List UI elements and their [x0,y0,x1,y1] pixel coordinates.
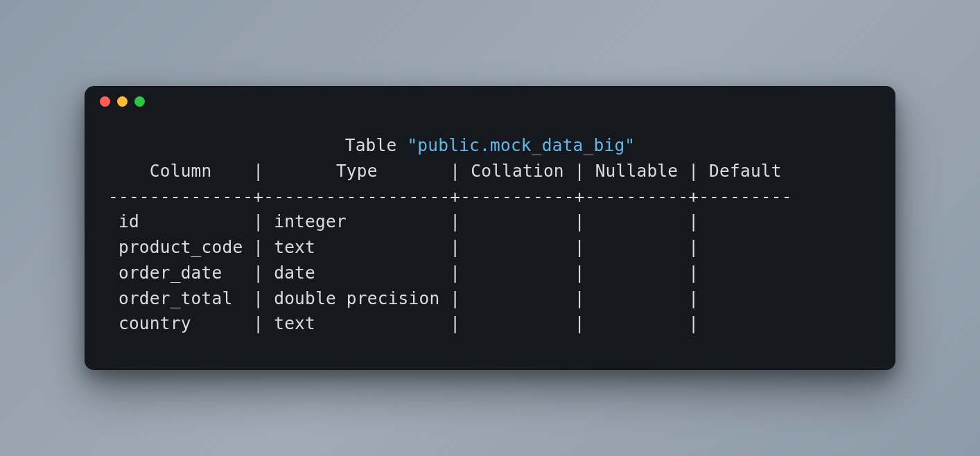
maximize-icon[interactable] [134,96,145,107]
table-header-row: Column | Type | Collation | Nullable | D… [108,161,792,181]
table-divider: --------------+------------------+------… [108,186,792,207]
minimize-icon[interactable] [117,96,128,107]
title-label: Table [345,135,397,155]
table-title: Table "public.mock_data_big" [108,133,872,159]
table-name: "public.mock_data_big" [407,135,635,155]
close-icon[interactable] [100,96,110,107]
table-rows: id | integer | | | product_code | text |… [108,211,792,333]
window-titlebar [85,86,895,116]
terminal-output: Table "public.mock_data_big" Column | Ty… [85,116,895,370]
terminal-window: Table "public.mock_data_big" Column | Ty… [85,86,895,370]
